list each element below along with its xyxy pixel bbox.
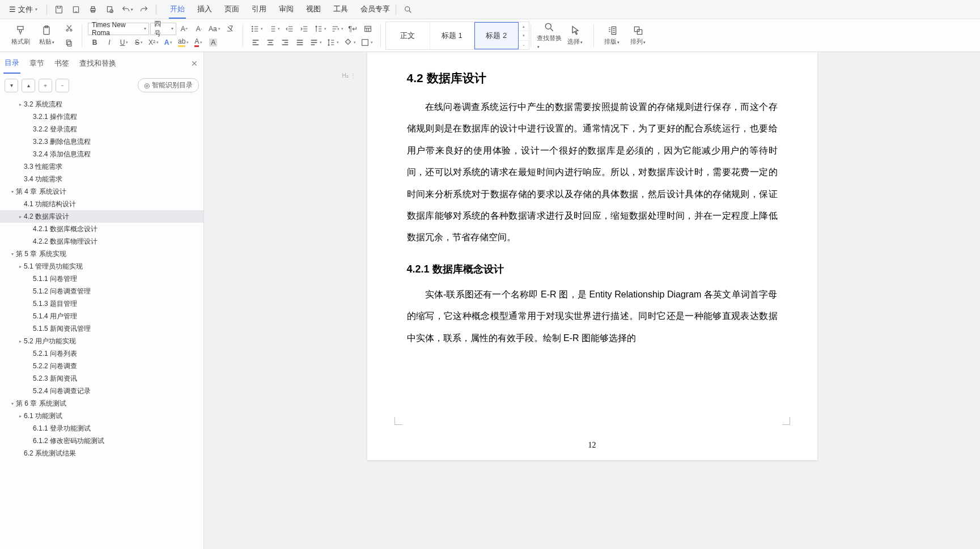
outline-item[interactable]: ▸4.2 数据库设计 (0, 210, 203, 223)
outline-item[interactable]: 5.1.3 题目管理 (0, 297, 203, 310)
style-scroll-btn[interactable]: ▾ (519, 31, 529, 40)
align-center-icon[interactable] (264, 36, 277, 49)
outline-item[interactable]: ▾第 5 章 系统实现 (0, 248, 203, 260)
smart-toc-button[interactable]: ◎ 智能识别目录 (138, 78, 199, 92)
outline-item[interactable]: 4.2.1 数据库概念设计 (0, 223, 203, 235)
disclosure-icon[interactable]: ▾ (9, 401, 16, 406)
show-marks-icon[interactable]: ¶↵ (346, 23, 360, 35)
select-button[interactable]: 选择▾ (563, 25, 588, 46)
copy-icon[interactable] (62, 37, 76, 49)
tab-会员专享[interactable]: 会员专享 (359, 1, 391, 19)
bold-icon[interactable]: B (88, 36, 101, 49)
outline-item[interactable]: 6.2 系统测试结果 (0, 447, 203, 459)
outline-item[interactable]: 6.1.2 修改密码功能测试 (0, 435, 203, 447)
change-case-icon[interactable]: Aa▾ (207, 23, 222, 35)
search-icon[interactable] (401, 2, 415, 17)
strike-icon[interactable]: S▾ (132, 36, 146, 49)
outline-item[interactable]: 5.1.2 问卷调查管理 (0, 285, 203, 297)
collapse-up-icon[interactable]: ▴ (22, 79, 35, 92)
outline-item[interactable]: 4.2.2 数据库物理设计 (0, 235, 203, 248)
font-size-combo[interactable]: 四号 (150, 23, 176, 35)
sidebar-tab-1[interactable]: 章节 (28, 54, 45, 73)
collapse-down-icon[interactable]: ▾ (5, 79, 18, 92)
borders-icon[interactable]: ▾ (359, 36, 375, 49)
bullets-icon[interactable]: ▾ (249, 23, 265, 35)
outline-item[interactable]: 5.1.5 新闻资讯管理 (0, 322, 203, 335)
style-scroll-btn[interactable]: ▴ (519, 22, 529, 31)
outline-item[interactable]: 3.4 功能需求 (0, 173, 203, 185)
tab-审阅[interactable]: 审阅 (278, 1, 295, 19)
document-canvas[interactable]: H₂ ⋮ 4.2 数据库设计 在线问卷调查系统运行中产生的数据需要按照提前设置的… (204, 52, 980, 549)
superscript-icon[interactable]: X²▾ (147, 36, 160, 49)
sidebar-tab-0[interactable]: 目录 (3, 53, 20, 74)
line-spacing-icon[interactable]: ▾ (325, 36, 341, 49)
outline-item[interactable]: ▸5.1 管理员功能实现 (0, 260, 203, 273)
tabs-icon[interactable] (361, 23, 375, 35)
arrange-button[interactable]: 排列▾ (626, 25, 651, 46)
font-color-icon[interactable]: A▾ (192, 36, 205, 49)
outline-item[interactable]: 3.2.1 操作流程 (0, 110, 203, 123)
outline-item[interactable]: 5.1.1 问卷管理 (0, 273, 203, 285)
highlight-icon[interactable]: ab▾ (176, 36, 190, 49)
disclosure-icon[interactable]: ▾ (9, 252, 16, 257)
paste-button[interactable]: 粘贴▾ (34, 25, 59, 46)
outline-item[interactable]: ▸3.2 系统流程 (0, 98, 203, 110)
align-left-icon[interactable] (249, 36, 262, 49)
print-preview-icon[interactable] (103, 2, 117, 17)
outline-item[interactable]: 5.2.1 问卷列表 (0, 347, 203, 360)
shrink-font-icon[interactable]: A- (192, 23, 206, 35)
clear-format-icon[interactable] (223, 23, 237, 35)
style-scroll-btn[interactable]: ⌄ (519, 41, 529, 49)
outline-item[interactable]: 3.2.2 登录流程 (0, 123, 203, 135)
tab-插入[interactable]: 插入 (196, 1, 213, 19)
text-effect-icon[interactable]: A▾ (162, 36, 175, 49)
tab-工具[interactable]: 工具 (332, 1, 349, 19)
outline-item[interactable]: 6.1.1 登录功能测试 (0, 422, 203, 435)
redo-icon[interactable] (137, 2, 151, 17)
outline-item[interactable]: 4.1 功能结构设计 (0, 198, 203, 210)
disclosure-icon[interactable]: ▸ (17, 102, 24, 107)
distribute-icon[interactable]: ▾ (308, 36, 324, 49)
style-2[interactable]: 标题 2 (474, 22, 519, 49)
align-right-icon[interactable] (278, 36, 292, 49)
sort-icon[interactable]: ▾ (329, 23, 345, 35)
export-icon[interactable] (69, 2, 83, 17)
outline-item[interactable]: 5.2.2 问卷调查 (0, 360, 203, 372)
paragraph-2[interactable]: 实体-联系图还有一个名称即 E-R 图，是 Entity Relationshi… (407, 284, 778, 349)
heading-4-2-1[interactable]: 4.2.1 数据库概念设计 (407, 262, 778, 276)
sidebar-tab-3[interactable]: 查找和替换 (78, 54, 117, 73)
outline-item[interactable]: 3.2.4 添加信息流程 (0, 148, 203, 160)
underline-icon[interactable]: U▾ (117, 36, 131, 49)
close-icon[interactable]: ✕ (191, 59, 198, 68)
align-justify-icon[interactable] (293, 36, 307, 49)
paragraph-1[interactable]: 在线问卷调查系统运行中产生的数据需要按照提前设置的存储规则进行保存，而这个存储规… (407, 96, 778, 249)
style-0[interactable]: 正文 (386, 22, 430, 49)
disclosure-icon[interactable]: ▸ (17, 264, 24, 269)
save-icon[interactable] (52, 2, 66, 17)
numbering-icon[interactable]: ▾ (266, 23, 282, 35)
char-shading-icon[interactable]: A (206, 36, 220, 49)
outline-item[interactable]: ▸6.1 功能测试 (0, 410, 203, 422)
tab-视图[interactable]: 视图 (305, 1, 322, 19)
tab-页面[interactable]: 页面 (223, 1, 240, 19)
grow-font-icon[interactable]: A+ (177, 23, 191, 35)
remove-icon[interactable]: － (56, 79, 69, 92)
outline-item[interactable]: ▾第 4 章 系统设计 (0, 185, 203, 198)
decrease-indent-icon[interactable] (283, 23, 296, 35)
sidebar-tab-2[interactable]: 书签 (53, 54, 70, 73)
heading-4-2[interactable]: 4.2 数据库设计 (407, 70, 778, 86)
file-menu[interactable]: ☰ 文件 ▾ (5, 2, 42, 17)
find-replace-button[interactable]: 查找替换▾ (537, 22, 562, 49)
outline-item[interactable]: 5.1.4 用户管理 (0, 310, 203, 322)
print-icon[interactable] (86, 2, 100, 17)
shading-icon[interactable]: ▾ (342, 36, 358, 49)
outline-item[interactable]: 5.2.4 问卷调查记录 (0, 385, 203, 397)
outline-item[interactable]: 5.2.3 新闻资讯 (0, 372, 203, 385)
page[interactable]: H₂ ⋮ 4.2 数据库设计 在线问卷调查系统运行中产生的数据需要按照提前设置的… (367, 52, 817, 460)
typeset-button[interactable]: 排版▾ (600, 25, 625, 46)
style-1[interactable]: 标题 1 (430, 22, 474, 49)
text-direction-icon[interactable]: ▾ (312, 23, 328, 35)
add-icon[interactable]: ＋ (39, 79, 52, 92)
undo-icon[interactable]: ▾ (120, 2, 134, 17)
tab-开始[interactable]: 开始 (169, 1, 186, 19)
